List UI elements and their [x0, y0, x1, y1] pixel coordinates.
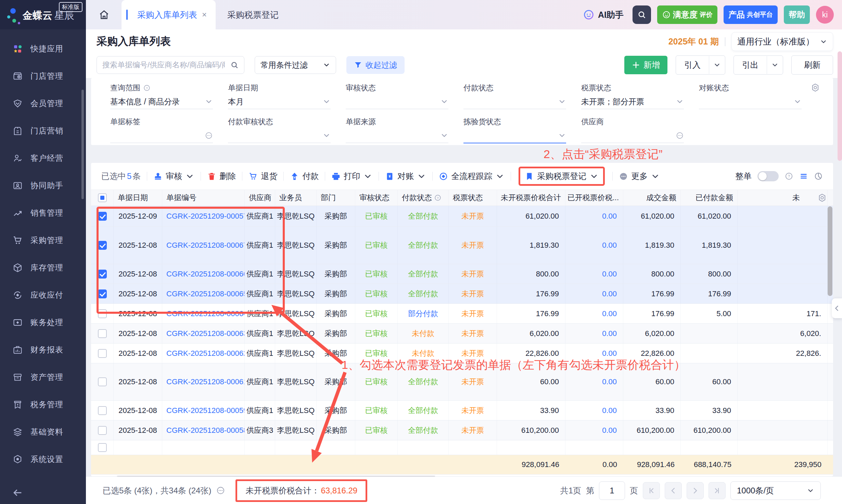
- table-row[interactable]: 2025-12-08CGRK-20251208-00059供应商1李思乾LSQ采…: [91, 401, 833, 421]
- filter-control[interactable]: [699, 94, 802, 109]
- bill-number[interactable]: CGRK-20251208-00066: [166, 270, 245, 279]
- table-row[interactable]: 2025-12-09CGRK-20251209-00057供应商1李思乾LSQ采…: [91, 206, 833, 227]
- table-row[interactable]: 2025-12-08CGRK-20251208-00062供应商1李思乾LSQ采…: [91, 344, 833, 363]
- row-checkbox[interactable]: [98, 443, 107, 452]
- bill-number[interactable]: CGRK-20251208-00067: [166, 241, 245, 250]
- export-button[interactable]: 引出: [733, 55, 783, 75]
- bill-number-cell[interactable]: CGRK-20251208-00061: [162, 363, 245, 400]
- filter-control[interactable]: [581, 128, 684, 143]
- filter-control[interactable]: [110, 128, 213, 143]
- toolbar-button-删除[interactable]: 删除: [207, 171, 236, 182]
- filter-control[interactable]: [346, 128, 448, 143]
- sidebar-item-11[interactable]: 账务处理: [0, 309, 86, 336]
- filter-control[interactable]: [346, 94, 448, 109]
- table-row[interactable]: 2025-12-08CGRK-20251208-00065供应商1李思乾LSQ采…: [91, 284, 833, 304]
- first-page-button[interactable]: [643, 482, 660, 499]
- row-checkbox[interactable]: [98, 309, 107, 318]
- bill-number-cell[interactable]: CGRK-20251208-00058: [162, 421, 245, 440]
- prev-page-button[interactable]: [665, 482, 682, 499]
- bill-number-cell[interactable]: CGRK-20251208-00065: [162, 284, 245, 303]
- sidebar-item-8[interactable]: 采购管理: [0, 227, 86, 254]
- column-header-供应商[interactable]: 供应商: [245, 190, 275, 206]
- chart-view-icon[interactable]: [814, 172, 823, 181]
- satisfaction-button[interactable]: 满意度评价: [657, 5, 717, 24]
- table-row[interactable]: 2025-12-08CGRK-20251208-00066供应商1李思乾LSQ采…: [91, 264, 833, 284]
- help-icon[interactable]: ?: [434, 194, 442, 202]
- import-button[interactable]: 引入: [676, 55, 725, 75]
- collapse-sidebar-arrow-icon[interactable]: [12, 487, 23, 499]
- collapse-panel-button[interactable]: [832, 298, 842, 318]
- help-button[interactable]: 帮助: [784, 5, 810, 24]
- toolbar-button-对账[interactable]: ¥对账: [385, 171, 426, 182]
- toolbar-button-审核[interactable]: 审核: [153, 171, 194, 182]
- filter-control[interactable]: 未开票；部分开票: [581, 94, 684, 109]
- list-view-icon[interactable]: [799, 172, 808, 181]
- whole-order-toggle[interactable]: [757, 171, 779, 181]
- vertical-scrollbar[interactable]: [828, 206, 832, 296]
- sidebar-item-3[interactable]: 会员管理: [0, 90, 86, 117]
- column-header-单据编号[interactable]: 单据编号: [162, 190, 245, 206]
- toolbar-button-打印[interactable]: 打印: [331, 171, 372, 182]
- sidebar-item-15[interactable]: 基础资料: [0, 418, 86, 445]
- sidebar-scrollbar[interactable]: [81, 90, 84, 199]
- table-row[interactable]: 2025-12-08CGRK-20251208-00067供应商1李思乾LSQ采…: [91, 227, 833, 264]
- row-checkbox[interactable]: [98, 406, 107, 415]
- filter-control[interactable]: [228, 128, 331, 143]
- bill-number[interactable]: CGRK-20251208-00063: [166, 329, 245, 338]
- close-icon[interactable]: ×: [202, 10, 207, 20]
- sidebar-item-12[interactable]: 财务报表: [0, 336, 86, 363]
- bill-number[interactable]: CGRK-20251208-00059: [166, 406, 245, 415]
- ellipsis-circle-icon[interactable]: [216, 486, 225, 495]
- global-search-button[interactable]: [633, 5, 651, 24]
- accounting-period[interactable]: 2025年 01 期: [668, 36, 719, 47]
- sidebar-item-10[interactable]: 应收应付: [0, 281, 86, 309]
- sidebar-item-1[interactable]: 快捷应用: [0, 35, 86, 62]
- tab-purchase-tax-register[interactable]: 采购税票登记: [216, 9, 290, 21]
- row-checkbox[interactable]: [98, 426, 107, 435]
- column-header-部门[interactable]: 部门: [317, 190, 355, 206]
- sidebar-item-7[interactable]: 销售管理: [0, 199, 86, 227]
- table-row[interactable]: 2025-12-08CGRK-20251208-00058供应商3李思乾LSQ采…: [91, 421, 833, 440]
- sidebar-item-16[interactable]: 系统设置: [0, 445, 86, 473]
- toolbar-button-全流程跟踪[interactable]: 全流程跟踪: [439, 171, 505, 182]
- sidebar-item-14[interactable]: 税务管理: [0, 391, 86, 418]
- filter-control[interactable]: 基本信息 / 商品分录: [110, 94, 213, 109]
- column-header-未[interactable]: 未: [738, 190, 828, 206]
- chevron-down-icon[interactable]: [767, 61, 783, 69]
- bill-number[interactable]: CGRK-20251208-00065: [166, 289, 245, 298]
- column-header-付款状态[interactable]: 付款状态?: [398, 190, 449, 206]
- row-checkbox[interactable]: [98, 270, 107, 279]
- page-number-input[interactable]: [599, 481, 625, 500]
- sidebar-item-9[interactable]: 库存管理: [0, 254, 86, 281]
- toolbar-button-采购税票登记[interactable]: 采购税票登记: [525, 171, 599, 182]
- row-checkbox[interactable]: [98, 212, 107, 221]
- bill-number-cell[interactable]: CGRK-20251208-00067: [162, 227, 245, 264]
- sidebar-item-6[interactable]: 协同助手: [0, 172, 86, 199]
- sidebar-item-13[interactable]: 资产管理: [0, 363, 86, 391]
- home-icon[interactable]: [98, 9, 110, 21]
- row-checkbox[interactable]: [98, 289, 107, 298]
- toolbar-button-付款[interactable]: ¥付款: [290, 171, 319, 182]
- toolbar-button-更多[interactable]: 更多: [619, 171, 660, 182]
- column-header-未开税票价税合计[interactable]: 未开税票价税合计: [497, 190, 565, 206]
- gear-icon[interactable]: [817, 193, 827, 203]
- bill-number[interactable]: CGRK-20251208-00062: [166, 349, 245, 358]
- bill-number-cell[interactable]: CGRK-20251208-00062: [162, 344, 245, 363]
- filter-control[interactable]: [463, 128, 566, 143]
- gear-icon[interactable]: [811, 83, 820, 92]
- filter-control[interactable]: [463, 94, 566, 109]
- collapse-filter-button[interactable]: 收起过滤: [346, 56, 405, 74]
- avatar[interactable]: ki: [816, 6, 834, 24]
- table-row[interactable]: 2025-12-08CGRK-20251208-00061供应商1李思乾LSQ采…: [91, 363, 833, 401]
- select-all-checkbox[interactable]: [98, 193, 107, 202]
- sidebar-item-2[interactable]: 门店管理: [0, 62, 86, 90]
- column-header-成交金额[interactable]: 成交金额: [623, 190, 681, 206]
- bill-number-cell[interactable]: CGRK-20251208-00064: [162, 304, 245, 323]
- next-page-button[interactable]: [687, 482, 704, 499]
- bill-number-cell[interactable]: CGRK-20251208-00066: [162, 264, 245, 284]
- column-header-税票状态[interactable]: 税票状态: [449, 190, 497, 206]
- help-icon[interactable]: ?: [784, 172, 793, 181]
- table-row[interactable]: 2025-12-08CGRK-20251208-00064供应商1李思乾LSQ采…: [91, 304, 833, 324]
- bill-number[interactable]: CGRK-20251208-00064: [166, 309, 245, 318]
- bill-number[interactable]: CGRK-20251208-00058: [166, 426, 245, 435]
